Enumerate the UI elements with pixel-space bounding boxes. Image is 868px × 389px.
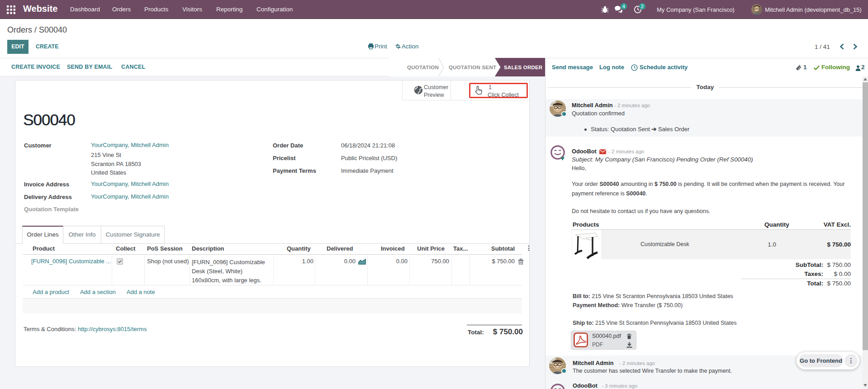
svg-text:SALES ORDER: SALES ORDER	[504, 65, 543, 70]
svg-text:QUOTATION: QUOTATION	[407, 65, 439, 70]
svg-text:QUOTATION SENT: QUOTATION SENT	[449, 65, 496, 70]
